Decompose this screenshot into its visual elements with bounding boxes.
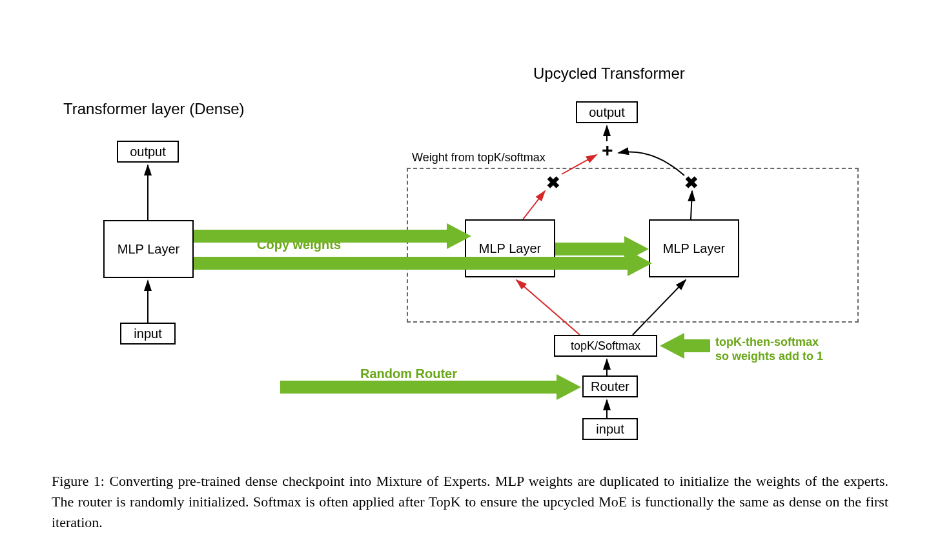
note-line-1: topK-then-softmax <box>715 335 819 348</box>
box-right-mlp-2: MLP Layer <box>649 219 739 277</box>
box-left-output: output <box>117 141 179 163</box>
figure-caption: Figure 1: Converting pre-trained dense c… <box>52 471 888 533</box>
label-weight-topk: Weight from topK/softmax <box>412 151 546 165</box>
note-topk-then-softmax: topK-then-softmax so weights add to 1 <box>715 335 823 363</box>
note-line-2: so weights add to 1 <box>715 350 823 363</box>
box-topk-softmax: topK/Softmax <box>554 335 657 357</box>
plus-icon: + <box>602 139 613 161</box>
title-upcycled: Upcycled Transformer <box>533 65 685 83</box>
box-right-mlp-1: MLP Layer <box>465 219 555 277</box>
green-arrow-topk-note <box>660 333 710 359</box>
box-left-mlp: MLP Layer <box>103 220 194 278</box>
box-left-input: input <box>120 323 176 345</box>
title-dense: Transformer layer (Dense) <box>63 100 245 118</box>
box-right-output: output <box>576 101 638 123</box>
label-random-router: Random Router <box>360 366 457 381</box>
multiply-icon-1: ✖ <box>546 173 560 193</box>
label-copy-weights: Copy weights <box>257 237 341 252</box>
box-router: Router <box>582 375 638 397</box>
box-right-input: input <box>582 418 638 440</box>
diagram-canvas: Transformer layer (Dense) Upcycled Trans… <box>0 0 940 560</box>
multiply-icon-2: ✖ <box>684 173 699 193</box>
